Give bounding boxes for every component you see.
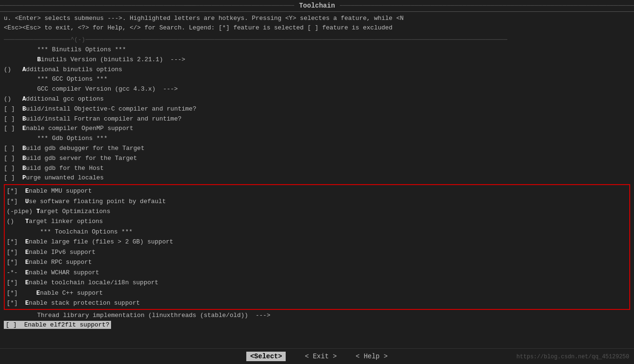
highlighted-item[interactable]: [*] Enable C++ support — [7, 288, 627, 298]
menu-item[interactable]: [ ] Build gdb for the Host — [4, 164, 630, 174]
title-bar: Toolchain — [0, 0, 634, 12]
menu-item[interactable]: *** Binutils Options *** — [4, 45, 630, 55]
header-info: u. <Enter> selects submenus --->. Highli… — [0, 12, 634, 34]
bottom-highlight-item[interactable]: [ ] Enable elf2flt support? — [4, 321, 630, 328]
header-line-1: u. <Enter> selects submenus --->. Highli… — [4, 14, 630, 23]
highlighted-item[interactable]: [*] Enable IPv6 support — [7, 247, 627, 257]
menu-item[interactable]: [ ] Purge unwanted locales — [4, 173, 630, 183]
main-container: Toolchain u. <Enter> selects submenus --… — [0, 0, 634, 364]
menu-item[interactable]: [ ] Build gdb debugger for the Target — [4, 144, 630, 154]
menu-list: *** Binutils Options *** Binutils Versio… — [4, 45, 630, 183]
highlighted-section: [*] Enable MMU support [*] Use software … — [4, 184, 630, 310]
select-button[interactable]: <Select> — [246, 352, 286, 361]
menu-item[interactable]: *** Gdb Options *** — [4, 134, 630, 144]
highlighted-item[interactable]: *** Toolchain Options *** — [7, 227, 627, 237]
window-title: Toolchain — [294, 2, 340, 9]
help-button[interactable]: < Help > — [356, 353, 388, 360]
menu-item[interactable]: [ ] Build/install Fortran compiler and r… — [4, 114, 630, 124]
highlighted-item[interactable]: -*- Enable WCHAR support — [7, 268, 627, 278]
highlighted-item[interactable]: () Target linker options — [7, 216, 627, 226]
url-watermark: https://blog.csdn.net/qq_45129250 — [516, 354, 629, 360]
separator-line: ──────────────────^(-)──────────────────… — [4, 36, 630, 43]
menu-item[interactable]: Binutils Version (binutils 2.21.1) ---> — [4, 55, 630, 65]
bottom-highlight-text[interactable]: [ ] Enable elf2flt support? — [4, 321, 111, 329]
menu-item[interactable]: [ ] Enable compiler OpenMP support — [4, 124, 630, 134]
menu-item[interactable]: [ ] Build gdb server for the Target — [4, 154, 630, 164]
menu-item[interactable]: [ ] Build/install Objective-C compiler a… — [4, 104, 630, 114]
menu-item[interactable]: () Additional gcc options — [4, 94, 630, 104]
exit-button[interactable]: < Exit > — [305, 353, 336, 360]
highlighted-item[interactable]: [*] Enable MMU support — [7, 186, 627, 196]
highlighted-item[interactable]: [*] Enable toolchain locale/i18n support — [7, 278, 627, 288]
highlighted-item[interactable]: [*] Enable large file (files > 2 GB) sup… — [7, 237, 627, 247]
menu-item[interactable]: GCC compiler Version (gcc 4.3.x) ---> — [4, 84, 630, 94]
header-line-2: <Esc><Esc> to exit, <?> for Help, </> fo… — [4, 23, 630, 33]
highlighted-item[interactable]: [*] Use software floating point by defau… — [7, 196, 627, 206]
menu-item[interactable]: () Additional binutils options — [4, 65, 630, 75]
scroll-item[interactable]: Thread library implementation (linuxthre… — [4, 311, 630, 321]
highlighted-item[interactable]: [*] Enable stack protection support — [7, 298, 627, 308]
highlighted-item[interactable]: (-pipe) Target Optimizations — [7, 206, 627, 216]
menu-item[interactable]: *** GCC Options *** — [4, 75, 630, 84]
highlighted-item[interactable]: [*] Enable RPC support — [7, 257, 627, 267]
content-area: ──────────────────^(-)──────────────────… — [0, 34, 634, 348]
